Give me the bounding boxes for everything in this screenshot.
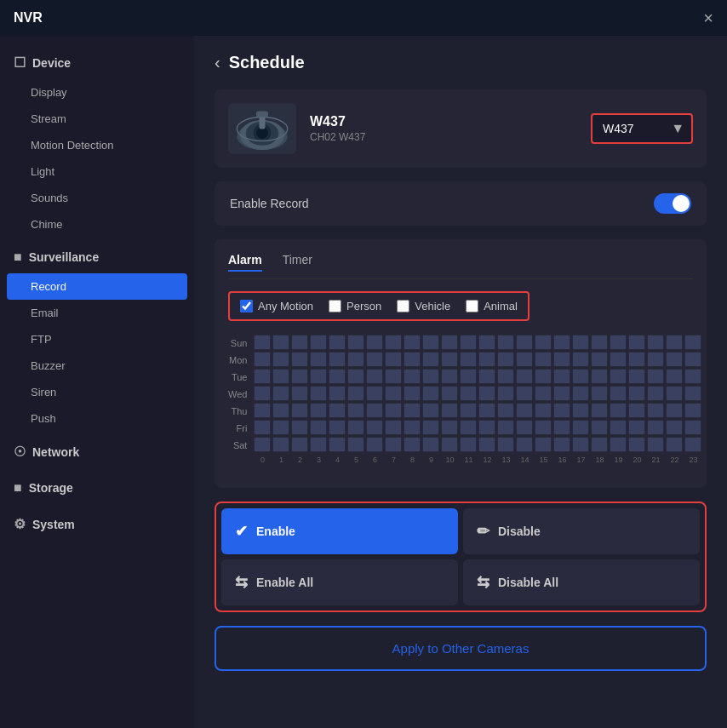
grid-cell[interactable]: [310, 352, 327, 367]
sidebar-item-ftp[interactable]: FTP: [0, 326, 194, 353]
grid-cell[interactable]: [404, 352, 421, 367]
grid-cell[interactable]: [422, 352, 439, 367]
grid-cell[interactable]: [684, 437, 701, 452]
grid-cell[interactable]: [535, 352, 552, 367]
grid-cell[interactable]: [310, 369, 327, 384]
grid-cell[interactable]: [291, 403, 308, 418]
sidebar-item-siren[interactable]: Siren: [0, 379, 194, 405]
grid-cell[interactable]: [329, 403, 346, 418]
grid-cell[interactable]: [628, 352, 645, 367]
checkbox-animal[interactable]: Animal: [466, 300, 518, 312]
grid-cell[interactable]: [478, 420, 495, 435]
grid-cell[interactable]: [516, 369, 533, 384]
grid-cell[interactable]: [553, 335, 570, 350]
grid-cell[interactable]: [572, 420, 589, 435]
camera-select[interactable]: W437: [591, 113, 693, 144]
grid-cell[interactable]: [366, 437, 383, 452]
sidebar-header-system[interactable]: ⚙ System: [0, 507, 194, 541]
grid-cell[interactable]: [497, 352, 514, 367]
grid-cell[interactable]: [591, 437, 608, 452]
grid-cell[interactable]: [460, 335, 477, 350]
grid-cell[interactable]: [572, 352, 589, 367]
sidebar-item-record[interactable]: Record: [7, 273, 187, 300]
grid-cell[interactable]: [497, 437, 514, 452]
grid-cell[interactable]: [422, 437, 439, 452]
grid-cell[interactable]: [310, 403, 327, 418]
grid-cell[interactable]: [647, 352, 664, 367]
grid-cell[interactable]: [497, 386, 514, 401]
sidebar-header-network[interactable]: ☉ Network: [0, 435, 194, 468]
grid-cell[interactable]: [291, 369, 308, 384]
grid-cell[interactable]: [272, 403, 289, 418]
back-button[interactable]: ‹: [215, 53, 220, 72]
grid-cell[interactable]: [628, 420, 645, 435]
grid-cell[interactable]: [666, 437, 683, 452]
grid-cell[interactable]: [553, 420, 570, 435]
grid-cell[interactable]: [591, 420, 608, 435]
grid-cell[interactable]: [516, 437, 533, 452]
sidebar-item-buzzer[interactable]: Buzzer: [0, 353, 194, 379]
sidebar-item-chime[interactable]: Chime: [0, 211, 194, 238]
grid-cell[interactable]: [404, 369, 421, 384]
grid-cell[interactable]: [591, 369, 608, 384]
grid-cell[interactable]: [441, 335, 458, 350]
grid-cell[interactable]: [497, 420, 514, 435]
grid-cell[interactable]: [422, 420, 439, 435]
grid-cell[interactable]: [516, 420, 533, 435]
checkbox-animal-input[interactable]: [466, 300, 478, 312]
grid-cell[interactable]: [610, 420, 627, 435]
grid-cell[interactable]: [254, 369, 271, 384]
grid-cell[interactable]: [572, 369, 589, 384]
grid-cell[interactable]: [441, 437, 458, 452]
grid-cell[interactable]: [366, 352, 383, 367]
grid-cell[interactable]: [460, 369, 477, 384]
grid-cell[interactable]: [478, 335, 495, 350]
grid-cell[interactable]: [478, 352, 495, 367]
grid-cell[interactable]: [666, 403, 683, 418]
grid-cell[interactable]: [441, 420, 458, 435]
grid-cell[interactable]: [385, 437, 402, 452]
grid-cell[interactable]: [272, 335, 289, 350]
grid-cell[interactable]: [628, 437, 645, 452]
grid-cell[interactable]: [666, 335, 683, 350]
enable-all-button[interactable]: ⇆ Enable All: [221, 559, 458, 605]
grid-cell[interactable]: [553, 352, 570, 367]
grid-cell[interactable]: [610, 437, 627, 452]
grid-cell[interactable]: [610, 386, 627, 401]
grid-cell[interactable]: [666, 420, 683, 435]
grid-cell[interactable]: [347, 420, 364, 435]
grid-cell[interactable]: [460, 386, 477, 401]
grid-cell[interactable]: [254, 437, 271, 452]
disable-all-button[interactable]: ⇆ Disable All: [463, 559, 700, 605]
tab-alarm[interactable]: Alarm: [228, 253, 262, 272]
grid-cell[interactable]: [666, 386, 683, 401]
grid-cell[interactable]: [591, 386, 608, 401]
grid-cell[interactable]: [572, 386, 589, 401]
grid-cell[interactable]: [329, 352, 346, 367]
checkbox-vehicle[interactable]: Vehicle: [397, 300, 450, 312]
grid-cell[interactable]: [310, 335, 327, 350]
grid-cell[interactable]: [291, 437, 308, 452]
enable-record-toggle[interactable]: [654, 193, 691, 214]
grid-cell[interactable]: [385, 352, 402, 367]
grid-cell[interactable]: [647, 386, 664, 401]
grid-cell[interactable]: [329, 437, 346, 452]
grid-cell[interactable]: [460, 420, 477, 435]
checkbox-person[interactable]: Person: [329, 300, 381, 312]
sidebar-item-light[interactable]: Light: [0, 158, 194, 185]
grid-cell[interactable]: [347, 403, 364, 418]
checkbox-person-input[interactable]: [329, 300, 341, 312]
sidebar-item-email[interactable]: Email: [0, 300, 194, 326]
grid-cell[interactable]: [291, 335, 308, 350]
grid-cell[interactable]: [291, 386, 308, 401]
grid-cell[interactable]: [441, 352, 458, 367]
grid-cell[interactable]: [385, 335, 402, 350]
grid-cell[interactable]: [291, 352, 308, 367]
grid-cell[interactable]: [254, 335, 271, 350]
grid-cell[interactable]: [329, 369, 346, 384]
grid-cell[interactable]: [385, 369, 402, 384]
sidebar-item-push[interactable]: Push: [0, 405, 194, 432]
checkbox-vehicle-input[interactable]: [397, 300, 409, 312]
sidebar-item-stream[interactable]: Stream: [0, 106, 194, 132]
grid-cell[interactable]: [460, 352, 477, 367]
